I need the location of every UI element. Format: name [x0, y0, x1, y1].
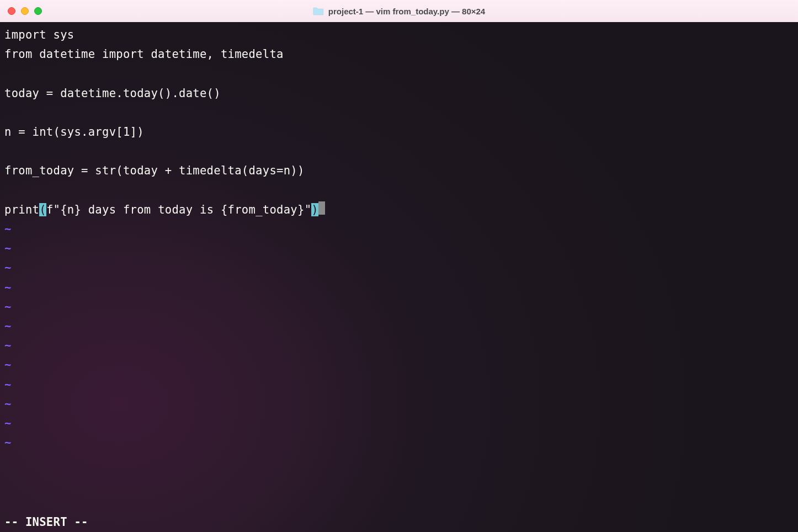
matched-paren-close: ): [311, 203, 318, 216]
folder-icon: [313, 7, 324, 15]
maximize-button[interactable]: [34, 7, 42, 15]
code-line[interactable]: n = int(sys.argv[1]): [4, 123, 794, 142]
code-line[interactable]: [4, 103, 794, 123]
vim-empty-line-tilde: ~: [4, 395, 794, 414]
code-text: f"{n} days from today is {from_today}": [46, 203, 311, 216]
code-text: print: [4, 203, 39, 216]
code-line[interactable]: [4, 181, 794, 200]
vim-empty-line-tilde: ~: [4, 355, 794, 375]
code-line[interactable]: [4, 64, 794, 83]
window-title-group: project-1 — vim from_today.py — 80×24: [313, 7, 485, 16]
text-cursor: [318, 201, 325, 215]
vim-empty-line-tilde: ~: [4, 433, 794, 453]
code-line[interactable]: print(f"{n} days from today is {from_tod…: [4, 200, 794, 220]
vim-empty-line-tilde: ~: [4, 297, 794, 317]
window-titlebar: project-1 — vim from_today.py — 80×24: [0, 0, 798, 22]
code-line[interactable]: from datetime import datetime, timedelta: [4, 45, 794, 64]
terminal-editor[interactable]: import sysfrom datetime import datetime,…: [0, 22, 798, 532]
code-line[interactable]: today = datetime.today().date(): [4, 84, 794, 103]
close-button[interactable]: [8, 7, 15, 15]
code-line[interactable]: import sys: [4, 25, 794, 45]
vim-empty-line-tilde: ~: [4, 317, 794, 336]
matched-paren-open: (: [39, 203, 46, 216]
vim-empty-line-tilde: ~: [4, 278, 794, 297]
minimize-button[interactable]: [21, 7, 29, 15]
vim-empty-line-tilde: ~: [4, 336, 794, 355]
vim-empty-line-tilde: ~: [4, 414, 794, 433]
window-title: project-1 — vim from_today.py — 80×24: [328, 7, 485, 16]
vim-empty-line-tilde: ~: [4, 375, 794, 395]
vim-status-line: -- INSERT --: [4, 513, 88, 532]
vim-empty-line-tilde: ~: [4, 258, 794, 278]
vim-empty-line-tilde: ~: [4, 220, 794, 239]
code-line[interactable]: [4, 142, 794, 161]
code-line[interactable]: from_today = str(today + timedelta(days=…: [4, 161, 794, 180]
vim-empty-line-tilde: ~: [4, 239, 794, 258]
code-area[interactable]: import sysfrom datetime import datetime,…: [4, 25, 794, 453]
traffic-lights: [8, 7, 42, 15]
